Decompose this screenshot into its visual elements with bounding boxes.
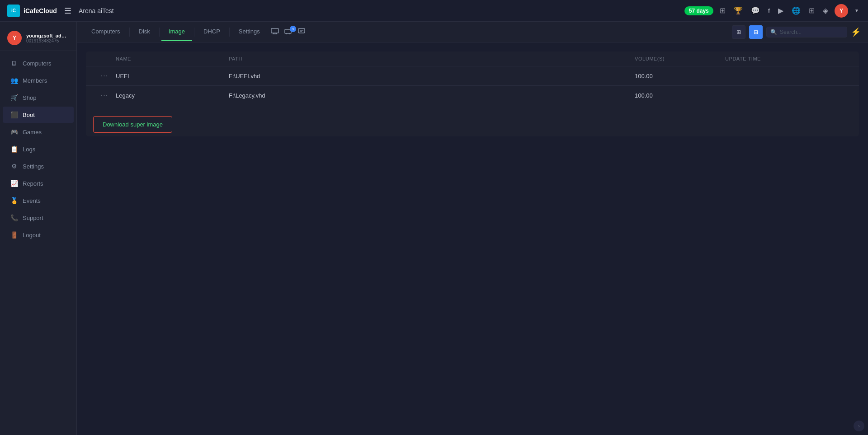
tabs-right: ⊞ ⊟ 🔍 ⚡: [732, 25, 861, 39]
sidebar-item-games[interactable]: 🎮 Games: [3, 124, 74, 140]
sidebar-item-boot[interactable]: ⬛ Boot: [3, 107, 74, 123]
main-content: Computers Disk Image DHCP Settings: [77, 22, 868, 435]
logout-icon: 🚪: [10, 231, 18, 239]
download-super-image-button[interactable]: Download super image: [93, 116, 172, 133]
facebook-icon[interactable]: f: [766, 5, 772, 16]
svg-line-6: [289, 33, 290, 34]
user-name: youngzsoft_admin: [26, 33, 69, 38]
sidebar-item-label: Computers: [23, 60, 52, 67]
table-row: ··· UEFI F:\UEFI.vhd 100.00: [86, 66, 859, 86]
row-name: UEFI: [116, 73, 229, 80]
top-nav-right: 57 days ⊞ 🏆 💬 f ▶ 🌐 ⊞ ◈ Y ▼: [684, 4, 861, 18]
sidebar-item-label: Settings: [23, 163, 44, 170]
data-table: NAME PATH VOLUME(S) UPDATE TIME ··· UEFI…: [86, 51, 859, 136]
sidebar-item-label: Logs: [23, 146, 35, 153]
search-input[interactable]: [780, 29, 843, 35]
games-icon: 🎮: [10, 128, 18, 136]
globe-icon[interactable]: 🌐: [790, 5, 802, 17]
search-box: 🔍: [766, 27, 847, 37]
row-name: Legacy: [116, 92, 229, 99]
logo-text: iCafeCloud: [24, 7, 57, 14]
boot-icon: ⬛: [10, 111, 18, 118]
logo-icon: iC: [7, 5, 20, 17]
chat-monitor-icon[interactable]: [298, 28, 305, 36]
col-volume: VOLUME(S): [635, 56, 725, 61]
monitor-2-icon[interactable]: 3: [284, 28, 292, 36]
sidebar: Y youngzsoft_admin 0019193482475 🖥 Compu…: [0, 22, 77, 435]
settings-icon: ⚙: [10, 163, 18, 170]
table-row: ··· Legacy F:\Legacy.vhd 100.00: [86, 86, 859, 105]
user-id: 0019193482475: [26, 38, 69, 43]
row-volume: 100.00: [635, 73, 725, 80]
computers-icon: 🖥: [10, 60, 18, 67]
members-icon: 👥: [10, 77, 18, 84]
chat-icon[interactable]: 💬: [749, 5, 762, 17]
logo: iC iCafeCloud: [7, 5, 57, 17]
sidebar-item-shop[interactable]: 🛒 Shop: [3, 89, 74, 106]
svg-line-5: [286, 33, 287, 34]
grid-view-button[interactable]: ⊟: [749, 25, 763, 39]
layers-icon[interactable]: ◈: [821, 5, 830, 17]
tab-computers[interactable]: Computers: [84, 23, 127, 41]
tab-divider-4: [229, 28, 230, 37]
sidebar-item-support[interactable]: 📞 Support: [3, 210, 74, 226]
table-area: NAME PATH VOLUME(S) UPDATE TIME ··· UEFI…: [77, 42, 868, 435]
sidebar-item-reports[interactable]: 📈 Reports: [3, 175, 74, 192]
youtube-icon[interactable]: ▶: [776, 5, 785, 17]
bottom-handle[interactable]: ›: [854, 421, 864, 431]
row-menu-button-2[interactable]: ···: [93, 91, 116, 99]
tab-settings[interactable]: Settings: [231, 23, 267, 41]
days-badge: 57 days: [684, 6, 713, 15]
sidebar-item-label: Support: [23, 215, 43, 221]
row-volume: 100.00: [635, 92, 725, 99]
trophy-icon[interactable]: 🏆: [732, 5, 745, 17]
monitor-1-icon[interactable]: [271, 28, 279, 36]
svg-rect-7: [298, 28, 305, 33]
sidebar-item-label: Members: [23, 77, 47, 84]
main-layout: Y youngzsoft_admin 0019193482475 🖥 Compu…: [0, 22, 868, 435]
col-update-time: UPDATE TIME: [725, 56, 852, 61]
sidebar-item-members[interactable]: 👥 Members: [3, 72, 74, 89]
page-title: Arena aiTest: [79, 7, 679, 14]
sidebar-user: Y youngzsoft_admin 0019193482475: [0, 25, 76, 51]
stats-icon[interactable]: ⊞: [718, 5, 727, 17]
row-menu-button[interactable]: ···: [93, 72, 116, 80]
reports-icon: 📈: [10, 180, 18, 187]
user-avatar-button[interactable]: Y: [835, 4, 848, 18]
tab-disk[interactable]: Disk: [132, 23, 157, 41]
tab-dhcp[interactable]: DHCP: [196, 23, 227, 41]
logs-icon: 📋: [10, 145, 18, 153]
top-navigation: iC iCafeCloud ☰ Arena aiTest 57 days ⊞ 🏆…: [0, 0, 868, 22]
monitor-icons: 3: [267, 28, 309, 36]
avatar-dropdown-icon[interactable]: ▼: [853, 6, 861, 15]
sidebar-item-label: Reports: [23, 180, 43, 187]
shop-icon: 🛒: [10, 94, 18, 101]
grid-icon[interactable]: ⊞: [807, 5, 816, 17]
row-path: F:\Legacy.vhd: [229, 92, 635, 99]
support-icon: 📞: [10, 214, 18, 221]
sidebar-item-label: Games: [23, 129, 42, 136]
sidebar-item-settings[interactable]: ⚙ Settings: [3, 158, 74, 174]
table-header: NAME PATH VOLUME(S) UPDATE TIME: [86, 51, 859, 66]
col-name: NAME: [116, 56, 229, 61]
windows-view-button[interactable]: ⊞: [732, 25, 745, 39]
tabs-bar: Computers Disk Image DHCP Settings: [77, 22, 868, 42]
hamburger-button[interactable]: ☰: [62, 4, 73, 18]
sidebar-item-computers[interactable]: 🖥 Computers: [3, 55, 74, 71]
tab-divider: [129, 28, 130, 37]
tab-divider-2: [159, 28, 160, 37]
sidebar-item-label: Events: [23, 197, 41, 204]
search-icon: 🔍: [770, 29, 777, 35]
sidebar-item-logs[interactable]: 📋 Logs: [3, 141, 74, 157]
col-path: PATH: [229, 56, 635, 61]
tab-divider-3: [194, 28, 194, 37]
add-button[interactable]: ⚡: [851, 27, 861, 37]
tab-image[interactable]: Image: [161, 23, 192, 41]
sidebar-item-events[interactable]: 🏅 Events: [3, 192, 74, 209]
col-menu: [93, 56, 116, 61]
sidebar-item-label: Shop: [23, 94, 36, 101]
sidebar-item-label: Boot: [23, 112, 35, 118]
events-icon: 🏅: [10, 197, 18, 204]
sidebar-item-logout[interactable]: 🚪 Logout: [3, 227, 74, 243]
sidebar-item-label: Logout: [23, 232, 41, 239]
